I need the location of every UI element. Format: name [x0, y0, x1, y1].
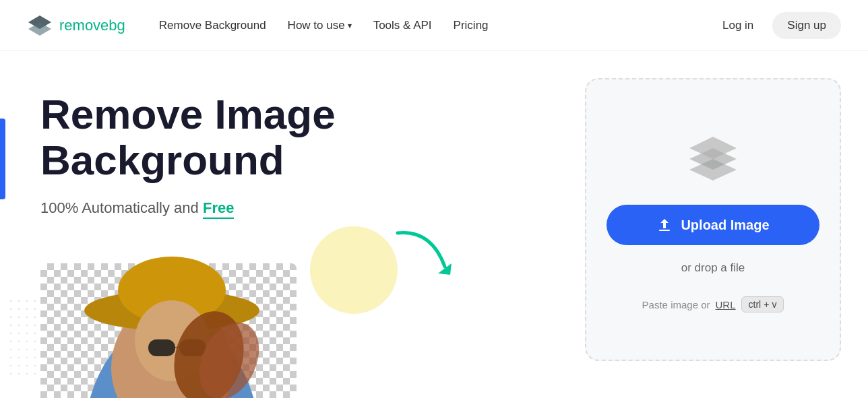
hero-subtitle: 100% Automatically and Free — [40, 199, 571, 217]
layers-icon-wrap — [683, 133, 743, 183]
nav-link-tools-api[interactable]: Tools & API — [364, 13, 441, 38]
paste-label: Paste image or — [642, 299, 710, 310]
arrow-decoration — [391, 226, 458, 283]
circle-decoration — [310, 226, 398, 314]
kbd-ctrl: ctrl — [749, 299, 762, 310]
svg-rect-7 — [148, 339, 175, 356]
demo-image-area — [40, 250, 323, 398]
kbd-v: v — [772, 299, 776, 310]
kbd-plus: + — [764, 299, 769, 310]
nav-links: Remove Background How to use ▾ Tools & A… — [150, 13, 712, 38]
upload-icon — [656, 217, 673, 233]
nav-link-remove-background[interactable]: Remove Background — [150, 13, 276, 38]
svg-marker-1 — [28, 22, 51, 36]
nav-link-how-to-use[interactable]: How to use ▾ — [278, 13, 361, 38]
logo-text: removebg — [59, 17, 125, 34]
keyboard-shortcut: ctrl + v — [741, 296, 784, 312]
layers-icon — [683, 133, 743, 180]
hero-title: Remove Image Background — [40, 92, 571, 183]
hero-section: Remove Image Background 100% Automatical… — [0, 51, 571, 398]
svg-marker-15 — [689, 159, 737, 180]
navbar: removebg Remove Background How to use ▾ … — [0, 0, 868, 51]
chevron-down-icon: ▾ — [348, 21, 352, 30]
paste-area: Paste image or URL ctrl + v — [642, 296, 784, 312]
logo[interactable]: removebg — [27, 14, 125, 37]
upload-section: Upload Image or drop a file Paste image … — [571, 51, 868, 398]
logo-icon — [27, 14, 53, 37]
upload-image-button[interactable]: Upload Image — [607, 205, 819, 245]
arrow-icon — [391, 226, 458, 280]
woman-figure — [47, 253, 297, 398]
nav-link-pricing[interactable]: Pricing — [444, 13, 498, 38]
login-button[interactable]: Log in — [712, 13, 764, 38]
upload-card: Upload Image or drop a file Paste image … — [585, 78, 841, 361]
nav-actions: Log in Sign up — [712, 12, 841, 39]
url-link[interactable]: URL — [716, 299, 736, 310]
svg-rect-16 — [659, 230, 670, 231]
drop-text: or drop a file — [681, 261, 745, 275]
signup-button[interactable]: Sign up — [772, 12, 841, 39]
main-content: Remove Image Background 100% Automatical… — [0, 51, 868, 398]
